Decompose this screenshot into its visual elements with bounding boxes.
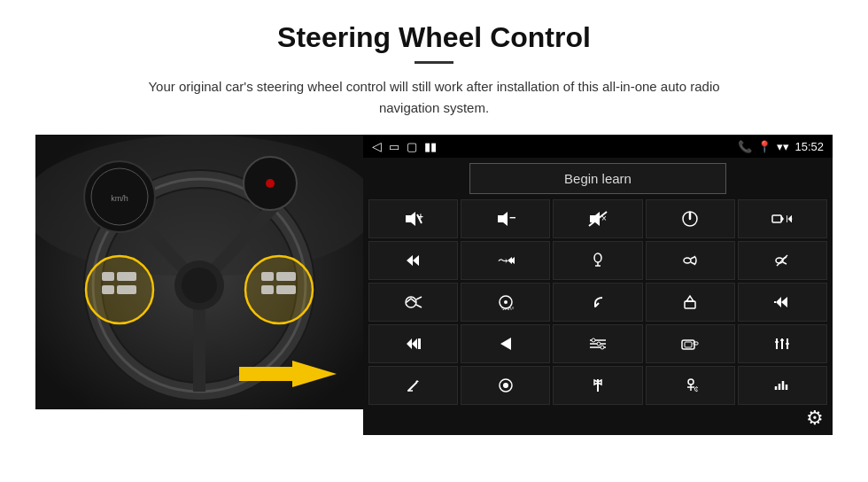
svg-rect-15: [117, 285, 136, 294]
svg-rect-76: [685, 342, 692, 347]
svg-point-72: [592, 338, 595, 342]
svg-marker-39: [781, 215, 784, 222]
vol-up-icon[interactable]: +: [368, 199, 458, 238]
svg-rect-13: [102, 285, 114, 294]
android-panel: ◁ ▭ ▢ ▮▮ 📞 📍 ▾▾ 15:52 Begin learn: [363, 135, 833, 435]
eq-icon[interactable]: [553, 324, 642, 363]
svg-point-73: [597, 342, 601, 346]
recents-icon[interactable]: ▢: [407, 140, 417, 153]
page-subtitle: Your original car's steering wheel contr…: [124, 76, 744, 119]
content-row: km/h ◁ ▭ ▢ ▮▮ 📞 📍 ▾▾ 15:52: [35, 135, 833, 435]
svg-point-90: [688, 379, 694, 385]
svg-rect-19: [276, 285, 296, 294]
svg-marker-68: [500, 338, 511, 350]
fastfwd-icon[interactable]: [368, 324, 458, 363]
svg-line-57: [416, 297, 422, 299]
microphone-icon[interactable]: [553, 241, 642, 280]
svg-text:360°: 360°: [501, 307, 515, 310]
record-icon[interactable]: [461, 366, 550, 405]
svg-point-60: [504, 300, 508, 304]
svg-line-58: [416, 305, 422, 307]
shuffle-icon[interactable]: ⤳: [461, 241, 550, 280]
steering-wheel-svg: km/h: [35, 135, 363, 409]
title-divider: [415, 61, 453, 64]
svg-line-49: [691, 257, 694, 259]
navigate-icon[interactable]: [461, 324, 550, 363]
svg-rect-62: [685, 301, 695, 308]
status-right: 📞 📍 ▾▾ 15:52: [738, 140, 824, 153]
svg-text:−: −: [509, 211, 515, 224]
back-nav-icon[interactable]: [553, 283, 642, 322]
mute-icon[interactable]: ×: [553, 199, 642, 238]
svg-rect-14: [117, 272, 136, 281]
bluetooth-icon[interactable]: [553, 366, 642, 405]
edit-icon[interactable]: [368, 366, 458, 405]
settings-gear-icon[interactable]: ⚙: [806, 407, 824, 430]
phone-prev-icon[interactable]: ⏮: [738, 199, 827, 238]
svg-marker-31: [498, 212, 508, 226]
svg-marker-66: [407, 338, 417, 349]
time-display: 15:52: [794, 140, 824, 153]
svg-rect-12: [102, 272, 114, 281]
svg-rect-38: [772, 215, 781, 222]
svg-point-45: [594, 253, 601, 262]
skip-next-icon[interactable]: [368, 241, 458, 280]
status-bar: ◁ ▭ ▢ ▮▮ 📞 📍 ▾▾ 15:52: [363, 135, 833, 158]
svg-rect-67: [418, 338, 421, 349]
phone-icon: 📞: [738, 140, 752, 153]
wifi-icon: ▾▾: [777, 140, 789, 153]
svg-marker-64: [776, 297, 787, 307]
back-arrow-icon[interactable]: ◁: [372, 139, 382, 153]
icon-grid: +−×⏮⤳360°⚙: [368, 199, 827, 405]
horn-icon[interactable]: [368, 283, 458, 322]
svg-text:km/h: km/h: [111, 194, 128, 203]
page-title: Steering Wheel Control: [277, 21, 591, 54]
svg-line-53: [783, 262, 787, 264]
svg-marker-41: [407, 255, 419, 266]
svg-marker-63: [686, 296, 694, 301]
waveform-icon[interactable]: [738, 366, 827, 405]
begin-learn-button[interactable]: Begin learn: [469, 163, 726, 194]
music-icon[interactable]: ⚙: [646, 366, 735, 405]
svg-text:+: +: [418, 212, 423, 222]
skip-back-icon[interactable]: [738, 283, 827, 322]
camera-icon[interactable]: [646, 324, 735, 363]
svg-text:⏮: ⏮: [786, 211, 793, 225]
svg-rect-16: [261, 272, 274, 281]
cam360-icon[interactable]: 360°: [461, 283, 550, 322]
svg-line-50: [691, 262, 694, 264]
svg-text:×: ×: [601, 214, 607, 223]
svg-rect-48: [684, 258, 691, 263]
android-body: Begin learn +−×⏮⤳360°⚙: [363, 158, 833, 408]
svg-marker-27: [406, 212, 415, 226]
vol-down-icon[interactable]: −: [461, 199, 550, 238]
steering-wheel-image: km/h: [35, 135, 363, 409]
svg-text:⚙: ⚙: [694, 385, 698, 393]
home-icon[interactable]: [646, 283, 735, 322]
end-call-icon[interactable]: [738, 241, 827, 280]
svg-rect-21: [239, 367, 297, 381]
page: Steering Wheel Control Your original car…: [0, 0, 868, 482]
power-icon[interactable]: [646, 199, 735, 238]
svg-line-84: [408, 382, 417, 391]
location-icon: 📍: [757, 140, 771, 153]
home-icon[interactable]: ▭: [389, 140, 399, 153]
status-left: ◁ ▭ ▢ ▮▮: [372, 139, 437, 153]
svg-point-88: [503, 383, 508, 388]
svg-point-9: [182, 268, 217, 303]
equalizer-icon[interactable]: [738, 324, 827, 363]
phone-icon[interactable]: [646, 241, 735, 280]
signal-icon: ▮▮: [424, 140, 437, 153]
bottom-bar: ⚙: [363, 408, 833, 435]
svg-rect-17: [261, 285, 274, 294]
svg-text:⤳: ⤳: [498, 253, 508, 268]
svg-point-74: [601, 346, 604, 349]
svg-point-26: [266, 179, 275, 188]
begin-learn-row: Begin learn: [368, 163, 827, 194]
svg-rect-18: [276, 272, 296, 281]
